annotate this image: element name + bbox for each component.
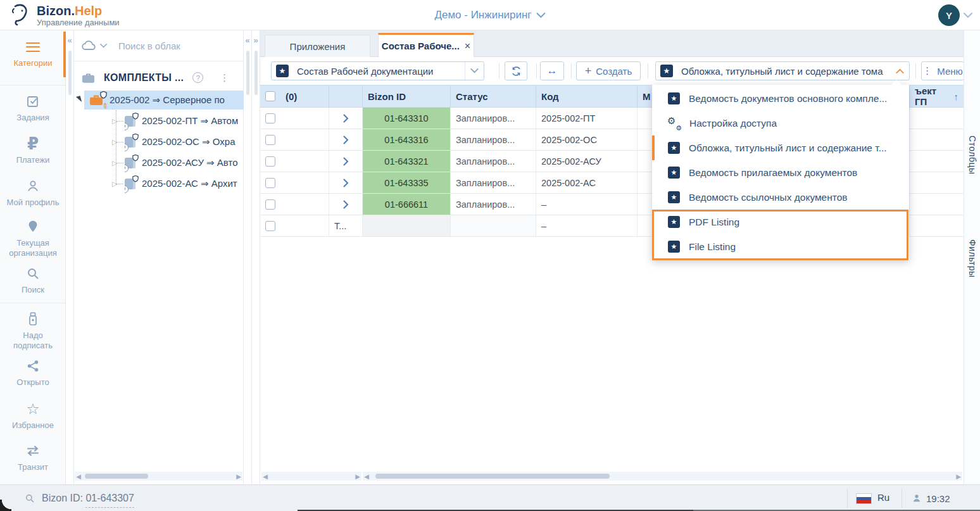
sidebar-item-open[interactable]: Открыто xyxy=(0,358,66,388)
row-expand-icon[interactable] xyxy=(343,179,349,187)
menu-item-file-listing[interactable]: ★ File Listing xyxy=(652,234,909,259)
language-label[interactable]: Ru xyxy=(877,492,889,503)
sidebar-item-favorites[interactable]: ☆ Избранное xyxy=(0,401,66,431)
scrollbar-thumb[interactable] xyxy=(254,51,258,95)
header-bizon-id[interactable]: Bizon ID xyxy=(363,85,451,107)
tree-expander-icon[interactable]: ▷ xyxy=(112,180,117,188)
divider xyxy=(648,63,648,79)
tree-toolbar xyxy=(74,30,244,61)
scroll-right-icon[interactable]: ▶ xyxy=(354,473,361,480)
scrollbar-thumb[interactable] xyxy=(68,51,72,95)
avatar[interactable]: Y xyxy=(938,4,960,26)
menu-item-cover-title[interactable]: ★ Обложка, титульный лист и содержание т… xyxy=(652,136,909,160)
brand-block: Bizon.Help Управление данными xyxy=(37,4,120,27)
row-checkbox[interactable] xyxy=(265,221,275,231)
help-icon[interactable]: ? xyxy=(192,72,203,83)
sidebar-item-organization[interactable]: Текущая организация xyxy=(0,219,66,259)
search-icon xyxy=(24,493,35,504)
expand-right-icon[interactable]: » xyxy=(252,30,260,45)
status-search[interactable]: Bizon ID: 01-643307 xyxy=(24,485,134,511)
tree-panel: КОМПЛЕКТЫ ... ? ⋮ ✎ 2025-002 ⇒ Серверное… xyxy=(74,30,244,484)
tab-composition[interactable]: Состав Рабоче... × xyxy=(378,33,474,57)
tree-expander-icon[interactable]: ▷ xyxy=(112,159,117,167)
sidebar-item-categories[interactable]: Категории xyxy=(0,39,66,68)
row-checkbox[interactable] xyxy=(265,135,275,145)
row-checkbox[interactable] xyxy=(265,178,275,188)
chevron-down-icon[interactable] xyxy=(465,62,484,80)
report-select-value: Обложка, титульный лист и содержание том… xyxy=(681,66,883,77)
tree-horizontal-scrollbar[interactable]: ◀ ▶ xyxy=(75,472,242,481)
report-select[interactable]: ★ Обложка, титульный лист и содержание т… xyxy=(655,61,910,80)
more-options-icon[interactable]: ⋮ xyxy=(220,72,230,84)
header-code[interactable]: Код xyxy=(536,85,638,107)
scroll-left-icon[interactable]: ◀ xyxy=(363,473,370,480)
fit-width-button[interactable]: ↔ xyxy=(540,61,564,80)
russian-flag-icon[interactable] xyxy=(856,493,872,504)
menu-item-access-settings[interactable]: ⚙⚙ Настройка доступа xyxy=(652,111,909,136)
scrollbar-thumb[interactable] xyxy=(246,51,249,95)
tree-search-input[interactable] xyxy=(118,41,244,51)
menu-item-pdf-listing[interactable]: ★ PDF Listing xyxy=(652,210,909,234)
rail-tab-filters[interactable]: Фильтры xyxy=(964,234,980,278)
row-checkbox[interactable] xyxy=(265,199,275,210)
pinned-columns-scrollbar[interactable]: ◀ ▶ xyxy=(261,472,361,481)
tab-applications[interactable]: Приложения xyxy=(265,35,370,57)
workspace-selector[interactable]: Демо - Инжиниринг xyxy=(434,0,545,30)
close-icon[interactable]: × xyxy=(465,41,470,52)
gears-icon: ⚙⚙ xyxy=(668,117,681,130)
menu-item-vedomost-ssylochnyh[interactable]: ★ Ведомость ссылочных документов xyxy=(652,185,909,210)
menu-item-vedomost-osnovnogo[interactable]: ★ Ведомость документов основного компле.… xyxy=(652,86,909,111)
menu-item-vedomost-prilagaemyh[interactable]: ★ Ведомость прилагаемых документов xyxy=(652,160,909,185)
sidebar-item-label: Открыто xyxy=(16,377,49,388)
document-icon xyxy=(125,179,135,189)
tree-expander-open-icon[interactable] xyxy=(76,96,82,103)
sidebar-item-to-sign[interactable]: Надо подписать xyxy=(0,312,66,351)
sort-ascending-icon[interactable]: ↑ xyxy=(954,91,959,102)
cell-code: 2025-002-ПТ xyxy=(536,108,638,129)
select-all-checkbox[interactable] xyxy=(265,91,275,101)
tree-node[interactable]: 2025-002-ОС ⇒ Охра xyxy=(125,132,244,151)
cloud-source-select[interactable] xyxy=(74,30,112,61)
sidebar-item-search[interactable]: Поиск xyxy=(0,266,66,295)
rail-tab-columns[interactable]: Столбцы xyxy=(964,130,980,175)
tree-expander-icon[interactable]: ▷ xyxy=(112,138,117,146)
menu-item-label: Ведомость прилагаемых документов xyxy=(689,167,857,179)
header-object-gp[interactable]: ъект ГП ↑ xyxy=(910,85,964,107)
menu-button[interactable]: ⋮ Меню xyxy=(921,61,964,80)
tree-node-root[interactable]: ✎ 2025-002 ⇒ Серверное по xyxy=(84,91,244,110)
sidebar-item-payments[interactable]: ₽ Платежи xyxy=(0,136,66,165)
cell-object-gp xyxy=(910,129,964,150)
scroll-left-icon[interactable]: ◀ xyxy=(261,473,269,480)
row-checkbox[interactable] xyxy=(265,156,275,167)
sidebar-item-transit[interactable]: Транзит xyxy=(0,443,66,472)
report-dropdown-menu: ★ Ведомость документов основного компле.… xyxy=(652,85,909,260)
tree-expander-icon[interactable]: ▷ xyxy=(112,117,117,125)
share-icon xyxy=(25,358,41,374)
row-expand-icon[interactable] xyxy=(343,114,349,123)
sidebar-item-tasks[interactable]: Задания xyxy=(0,94,66,123)
row-checkbox[interactable] xyxy=(265,113,275,123)
row-expand-icon[interactable] xyxy=(343,200,349,209)
collapse-left-icon[interactable]: « xyxy=(244,30,251,45)
user-chevron-down-icon[interactable] xyxy=(964,13,972,18)
create-button[interactable]: + Создать xyxy=(576,61,641,80)
collapse-left-icon[interactable]: « xyxy=(66,30,73,45)
scroll-right-icon[interactable]: ▶ xyxy=(955,473,962,480)
tab-label: Состав Рабоче... xyxy=(382,41,460,51)
view-select[interactable]: ★ Состав Рабочей документации xyxy=(271,61,484,80)
refresh-button[interactable] xyxy=(505,61,527,80)
sidebar-item-profile[interactable]: Мой профиль xyxy=(0,179,66,208)
session-time: 19:32 xyxy=(912,485,950,511)
kit-icon: ✎ xyxy=(89,94,104,106)
header-status[interactable]: Статус xyxy=(451,85,536,107)
grid-horizontal-scrollbar[interactable]: ◀ ▶ xyxy=(363,472,962,481)
scroll-right-icon[interactable]: ▶ xyxy=(235,473,242,480)
tree-node[interactable]: 2025-002-ПТ ⇒ Автом xyxy=(125,111,244,130)
scroll-left-icon[interactable]: ◀ xyxy=(75,473,82,480)
row-expand-icon[interactable] xyxy=(343,157,349,166)
tree-node[interactable]: 2025-002-АСУ ⇒ Авто xyxy=(125,153,244,172)
chevron-down-icon xyxy=(537,13,546,18)
chevron-up-icon[interactable] xyxy=(890,62,909,80)
row-expand-icon[interactable] xyxy=(343,136,349,144)
tree-node[interactable]: 2025-002-АС ⇒ Архит xyxy=(125,174,244,193)
